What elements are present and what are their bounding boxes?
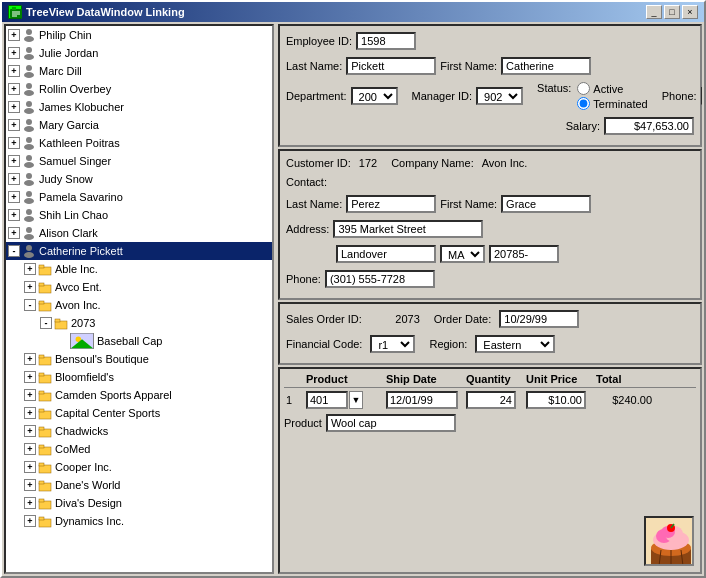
tree-item-22[interactable]: +Capital Center Sports — [6, 404, 272, 422]
employee-name-row: Last Name: First Name: — [286, 57, 694, 75]
tree-item-25[interactable]: +Cooper Inc. — [6, 458, 272, 476]
tree-item-10[interactable]: +Pamela Savarino — [6, 188, 272, 206]
expand-btn[interactable]: + — [8, 227, 20, 239]
expand-btn[interactable]: + — [8, 119, 20, 131]
unit-price-input[interactable] — [526, 391, 586, 409]
expand-btn[interactable]: + — [24, 389, 36, 401]
expand-btn[interactable]: + — [8, 173, 20, 185]
cust-phone-label: Phone: — [286, 273, 321, 285]
expand-btn[interactable]: + — [24, 371, 36, 383]
first-name-input[interactable] — [501, 57, 591, 75]
phone-input[interactable] — [701, 87, 702, 105]
expand-btn[interactable]: + — [24, 443, 36, 455]
tree-item-4[interactable]: +Rollin Overbey — [6, 80, 272, 98]
tree-item-13[interactable]: -Catherine Pickett — [6, 242, 272, 260]
expand-btn[interactable]: + — [8, 191, 20, 203]
expand-btn[interactable]: + — [8, 209, 20, 221]
ship-date-input[interactable] — [386, 391, 458, 409]
tree-item-7[interactable]: +Kathleen Poitras — [6, 134, 272, 152]
expand-btn[interactable]: + — [24, 263, 36, 275]
expand-btn[interactable]: + — [24, 407, 36, 419]
address-label: Address: — [286, 223, 329, 235]
dept-select[interactable]: 200 — [351, 87, 398, 105]
tree-item-3[interactable]: +Marc Dill — [6, 62, 272, 80]
order-date-input[interactable] — [499, 310, 579, 328]
expand-btn[interactable]: + — [24, 425, 36, 437]
terminated-radio-item[interactable]: Terminated — [577, 97, 647, 110]
active-radio-item[interactable]: Active — [577, 82, 647, 95]
tree-item-17[interactable]: -2073 — [6, 314, 272, 332]
svg-point-30 — [24, 252, 34, 258]
expand-btn[interactable]: + — [24, 461, 36, 473]
expand-btn[interactable]: - — [24, 299, 36, 311]
expand-btn[interactable]: + — [24, 281, 36, 293]
terminated-label: Terminated — [593, 98, 647, 110]
product-input[interactable] — [306, 391, 348, 409]
tree-item-2[interactable]: +Julie Jordan — [6, 44, 272, 62]
tree-item-label: Alison Clark — [39, 227, 98, 239]
tree-item-1[interactable]: +Philip Chin — [6, 26, 272, 44]
col-num — [284, 373, 304, 385]
region-select[interactable]: Eastern Western Central — [475, 335, 555, 353]
active-radio[interactable] — [577, 82, 590, 95]
last-name-input[interactable] — [346, 57, 436, 75]
expand-btn[interactable]: + — [24, 515, 36, 527]
tree-item-24[interactable]: +CoMed — [6, 440, 272, 458]
tree-item-20[interactable]: +Bloomfield's — [6, 368, 272, 386]
expand-btn[interactable]: - — [8, 245, 20, 257]
minimize-button[interactable]: _ — [646, 5, 662, 19]
tree-item-5[interactable]: +James Klobucher — [6, 98, 272, 116]
expand-btn[interactable]: + — [8, 47, 20, 59]
product-dropdown-btn[interactable]: ▼ — [349, 391, 363, 409]
tree-item-label: 2073 — [71, 317, 95, 329]
expand-btn[interactable]: + — [24, 479, 36, 491]
tree-item-21[interactable]: +Camden Sports Apparel — [6, 386, 272, 404]
tree-item-8[interactable]: +Samuel Singer — [6, 152, 272, 170]
tree-item-15[interactable]: +Avco Ent. — [6, 278, 272, 296]
folder-icon — [38, 514, 52, 528]
cust-last-name-input[interactable] — [346, 195, 436, 213]
tree-item-6[interactable]: +Mary Garcia — [6, 116, 272, 134]
tree-item-28[interactable]: +Dynamics Inc. — [6, 512, 272, 530]
expand-btn[interactable]: + — [8, 155, 20, 167]
manager-select[interactable]: 902 — [476, 87, 523, 105]
tree-item-16[interactable]: -Avon Inc. — [6, 296, 272, 314]
expand-btn[interactable]: - — [40, 317, 52, 329]
employee-id-input[interactable] — [356, 32, 416, 50]
expand-btn[interactable]: + — [8, 137, 20, 149]
tree-item-19[interactable]: +Bensoul's Boutique — [6, 350, 272, 368]
expand-btn[interactable]: + — [8, 83, 20, 95]
folder-icon — [38, 280, 52, 294]
svg-point-21 — [26, 173, 32, 179]
person-icon — [22, 136, 36, 150]
tree-item-9[interactable]: +Judy Snow — [6, 170, 272, 188]
product-name-input[interactable] — [326, 414, 456, 432]
salary-input[interactable] — [604, 117, 694, 135]
financial-select[interactable]: r1 — [370, 335, 415, 353]
terminated-radio[interactable] — [577, 97, 590, 110]
expand-btn[interactable]: + — [8, 65, 20, 77]
state-select[interactable]: MA — [440, 245, 485, 263]
tree-item-27[interactable]: +Diva's Design — [6, 494, 272, 512]
expand-btn[interactable]: + — [8, 101, 20, 113]
quantity-input[interactable] — [466, 391, 516, 409]
expand-btn[interactable]: + — [24, 497, 36, 509]
total-cell: $240.00 — [594, 393, 654, 407]
cust-first-name-input[interactable] — [501, 195, 591, 213]
tree-item-11[interactable]: +Shih Lin Chao — [6, 206, 272, 224]
tree-item-18[interactable]: Baseball Cap — [6, 332, 272, 350]
tree-item-23[interactable]: +Chadwicks — [6, 422, 272, 440]
maximize-button[interactable]: □ — [664, 5, 680, 19]
cust-phone-input[interactable] — [325, 270, 435, 288]
city-input[interactable] — [336, 245, 436, 263]
tree-item-14[interactable]: +Able Inc. — [6, 260, 272, 278]
close-button[interactable]: × — [682, 5, 698, 19]
expand-btn[interactable]: + — [8, 29, 20, 41]
expand-btn[interactable]: + — [24, 353, 36, 365]
address1-input[interactable] — [333, 220, 483, 238]
zip-input[interactable] — [489, 245, 559, 263]
tree-item-26[interactable]: +Dane's World — [6, 476, 272, 494]
order-id-value: 2073 — [370, 313, 420, 325]
person-icon — [22, 154, 36, 168]
tree-item-12[interactable]: +Alison Clark — [6, 224, 272, 242]
